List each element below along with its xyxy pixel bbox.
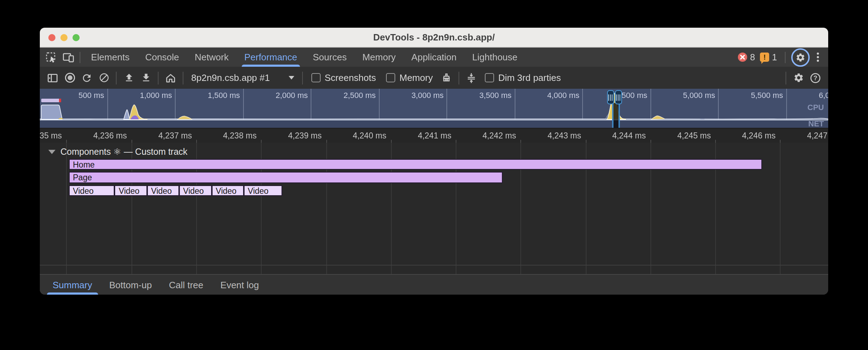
dim-third-parties-label: Dim 3rd parties [498, 72, 561, 83]
flame-bar-video[interactable]: Video [211, 185, 243, 196]
flame-bar-video[interactable]: Video [243, 185, 282, 196]
capture-settings-gear-icon[interactable] [791, 71, 805, 85]
memory-checkbox-group[interactable]: Memory [386, 72, 433, 83]
ruler-tick-label: 4,237 ms [158, 131, 192, 140]
home-icon[interactable] [164, 71, 178, 85]
clear-recording-icon[interactable] [97, 71, 111, 85]
error-badge-icon[interactable] [738, 53, 747, 62]
window-title: DevTools - 8p2n9n.csb.app/ [40, 28, 828, 47]
overview-tick-label: 1,000 ms [140, 91, 172, 99]
memory-checkbox[interactable] [386, 73, 395, 82]
toolbar-right-controls: ? [782, 71, 824, 85]
collapse-triangle-icon[interactable] [48, 149, 55, 154]
window-titlebar: DevTools - 8p2n9n.csb.app/ [40, 28, 828, 48]
main-gridline [780, 143, 781, 274]
overview-tick-label: 3,000 ms [412, 91, 444, 99]
details-tab-summary[interactable]: Summary [44, 275, 101, 295]
overview-tick-label: 4,000 ms [547, 91, 580, 99]
cpu-lane-label: CPU [808, 103, 824, 111]
ruler-tick-label: 4,238 ms [223, 131, 257, 140]
toolbar-divider [80, 51, 80, 63]
overview-tick-label: 1,500 ms [208, 91, 240, 99]
collapse-expand-icon[interactable] [464, 71, 478, 85]
flame-chart-area[interactable]: Components ⚛ — Custom track HomePageVide… [40, 143, 828, 274]
timeline-overview[interactable]: 500 ms1,000 ms1,500 ms2,000 ms2,500 ms3,… [40, 89, 828, 128]
overview-tick-label: 2,500 ms [344, 91, 376, 99]
ruler-tick-label: 4,239 ms [288, 131, 322, 140]
flame-bar-video[interactable]: Video [114, 185, 147, 196]
save-profile-icon[interactable] [139, 71, 153, 85]
record-button[interactable] [63, 71, 77, 85]
screenshots-checkbox-group[interactable]: Screenshots [311, 72, 376, 83]
ruler-tick-label: 4,241 ms [418, 131, 451, 140]
panel-tabs: ElementsConsoleNetworkPerformanceSources… [83, 48, 525, 67]
overview-tick-label: 500 ms [79, 91, 104, 99]
overview-tick-label: 6,000 ms [819, 91, 829, 99]
performance-toolbar: 8p2n9n.csb.app #1 Screenshots Memory [40, 67, 828, 89]
error-count[interactable]: 8 [750, 52, 755, 62]
tab-sources[interactable]: Sources [305, 48, 354, 67]
toolbar-divider [459, 71, 459, 84]
toolbar-divider [302, 71, 302, 84]
screenshots-checkbox[interactable] [311, 73, 320, 82]
tab-application[interactable]: Application [403, 48, 464, 67]
toggle-sidebar-icon[interactable] [45, 71, 60, 85]
details-tab-event-log[interactable]: Event log [212, 275, 267, 295]
overview-tick-label: 3,500 ms [479, 91, 512, 99]
screen-background: DevTools - 8p2n9n.csb.app/ ElementsConso… [0, 0, 868, 350]
record-and-reload-icon[interactable] [80, 71, 94, 85]
tab-elements[interactable]: Elements [83, 48, 137, 67]
inspect-element-icon[interactable] [43, 49, 60, 65]
flame-bar-video[interactable]: Video [147, 185, 179, 196]
svg-text:?: ? [814, 74, 818, 81]
load-profile-icon[interactable] [122, 71, 136, 85]
settings-gear-icon[interactable] [791, 48, 810, 66]
more-options-icon[interactable] [813, 51, 823, 63]
track-bottom-divider [40, 265, 828, 266]
selection-right-handle[interactable] [615, 90, 622, 104]
react-atom-icon: ⚛ [113, 147, 121, 157]
warning-count[interactable]: 1 [772, 52, 777, 62]
flame-bar-video[interactable]: Video [179, 185, 211, 196]
target-selector-value: 8p2n9n.csb.app #1 [191, 72, 270, 83]
toolbar-divider [183, 71, 183, 84]
ruler-tick-label: 4,242 ms [482, 131, 516, 140]
details-tab-bottom-up[interactable]: Bottom-up [101, 275, 160, 295]
help-icon[interactable]: ? [808, 71, 823, 85]
toolbar-divider [786, 71, 786, 84]
devtools-tab-bar: ElementsConsoleNetworkPerformanceSources… [40, 48, 828, 67]
selection-left-line [612, 102, 614, 128]
tab-performance[interactable]: Performance [236, 48, 305, 67]
details-tab-call-tree[interactable]: Call tree [160, 275, 212, 295]
custom-track-title: Components ⚛ — Custom track [60, 146, 187, 157]
collect-garbage-icon[interactable] [439, 71, 454, 85]
warning-badge-icon[interactable]: ! [760, 53, 769, 62]
tab-network[interactable]: Network [187, 48, 236, 67]
main-gridline [66, 143, 67, 274]
overview-tick-label: 5,500 ms [751, 91, 783, 99]
toolbar-divider [116, 71, 117, 84]
memory-label: Memory [400, 72, 433, 83]
details-tab-bar: SummaryBottom-upCall treeEvent log [40, 274, 828, 295]
custom-track-header[interactable]: Components ⚛ — Custom track [48, 146, 187, 157]
ruler-tick-label: 4,240 ms [353, 131, 386, 140]
flame-bar-home[interactable]: Home [69, 159, 762, 170]
ruler-tick-label: 4,244 ms [612, 131, 646, 140]
timeline-ruler: 4,235 ms4,236 ms4,237 ms4,238 ms4,239 ms… [40, 128, 828, 143]
toolbar-divider [785, 51, 786, 63]
tab-console[interactable]: Console [137, 48, 187, 67]
target-selector-dropdown[interactable]: 8p2n9n.csb.app #1 [191, 72, 294, 83]
screenshots-label: Screenshots [325, 72, 376, 83]
tab-memory[interactable]: Memory [354, 48, 403, 67]
dim-third-parties-checkbox[interactable] [485, 73, 494, 82]
network-request-tail [59, 98, 61, 102]
ruler-tick-label: 4,247 ms [807, 131, 828, 140]
device-toolbar-icon[interactable] [60, 49, 77, 65]
dim-third-parties-checkbox-group[interactable]: Dim 3rd parties [485, 72, 561, 83]
net-lane-label: NET [808, 119, 824, 128]
flame-bar-page[interactable]: Page [69, 172, 503, 183]
tab-lighthouse[interactable]: Lighthouse [465, 48, 525, 67]
flame-bar-video[interactable]: Video [69, 185, 114, 196]
selection-right-line [618, 102, 620, 128]
selection-left-handle[interactable] [607, 90, 614, 104]
